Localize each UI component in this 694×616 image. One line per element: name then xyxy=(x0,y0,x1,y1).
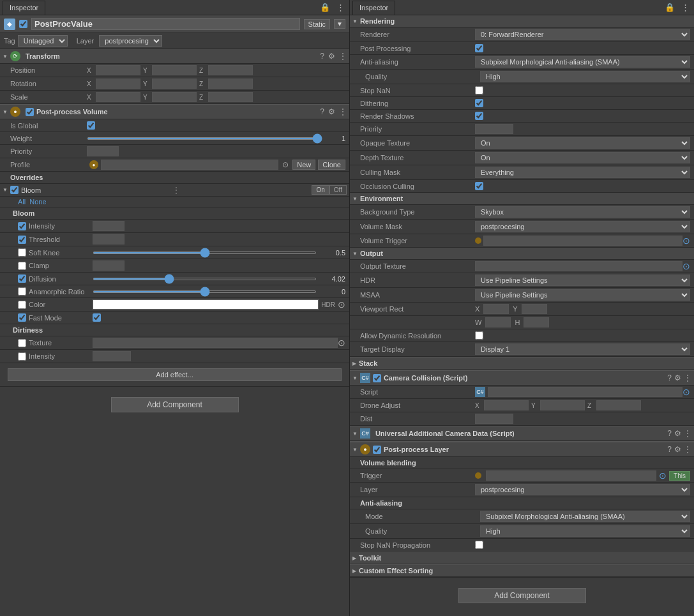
weight-slider[interactable] xyxy=(87,137,322,140)
dirt-intensity-input[interactable]: 0 xyxy=(93,351,131,361)
texture-input[interactable]: None (Texture) xyxy=(93,338,338,348)
none-link[interactable]: None xyxy=(29,198,46,206)
layer-select[interactable]: postprocesing xyxy=(475,484,690,495)
profile-name-input[interactable]: Ptatformer_PostProc (PostProcess xyxy=(101,160,278,170)
viewport-y-input[interactable]: 0 xyxy=(522,304,547,314)
viewport-h-input[interactable]: 1 xyxy=(524,317,549,327)
universal-cam-settings-btn[interactable]: ⚙ xyxy=(674,429,681,438)
postproc-layer-header[interactable]: ▼ ● Post-process Layer ? ⚙ ⋮ xyxy=(350,441,694,457)
position-y-input[interactable]: 2.27 xyxy=(152,65,197,75)
clamp-checkbox[interactable] xyxy=(18,262,26,270)
msaa-select[interactable]: Use Pipeline Settings xyxy=(475,289,690,301)
profile-clone-btn[interactable]: Clone xyxy=(318,160,345,170)
add-effect-button[interactable]: Add effect... xyxy=(8,368,342,381)
threshold-checkbox[interactable] xyxy=(18,236,26,244)
cam-script-input[interactable]: CameraCollision xyxy=(488,387,683,397)
on-button[interactable]: On xyxy=(312,185,329,195)
color-checkbox[interactable] xyxy=(18,301,26,309)
trigger-pick-btn[interactable]: ⊙ xyxy=(659,470,667,481)
postproc-help-btn[interactable]: ? xyxy=(320,107,324,116)
occlusion-culling-checkbox[interactable] xyxy=(475,182,483,190)
static-button[interactable]: Static xyxy=(304,19,331,29)
quality-select[interactable]: High xyxy=(480,71,690,82)
output-section-header[interactable]: ▼ Output xyxy=(350,248,694,260)
drone-adjust-x-input[interactable]: 0 xyxy=(484,400,529,410)
postproc-menu-btn[interactable]: ⋮ xyxy=(339,107,347,116)
is-global-checkbox[interactable] xyxy=(87,121,95,130)
target-display-select[interactable]: Display 1 xyxy=(475,343,690,355)
renderer-select[interactable]: 0: ForwardRenderer xyxy=(475,29,690,40)
postproc-volume-header[interactable]: ▼ ● Post-process Volume ? ⚙ ⋮ xyxy=(0,104,349,119)
soft-knee-slider[interactable] xyxy=(93,252,317,254)
rotation-y-input[interactable]: 0 xyxy=(152,79,197,89)
scale-y-input[interactable]: 1 xyxy=(152,92,197,102)
r-priority-input[interactable]: -1 xyxy=(475,124,513,134)
texture-checkbox[interactable] xyxy=(18,339,26,347)
universal-cam-header[interactable]: ▼ C# Universal Additional Camera Data (S… xyxy=(350,426,694,441)
hdr-select[interactable]: Use Pipeline Settings xyxy=(475,274,690,286)
universal-cam-help-btn[interactable]: ? xyxy=(667,429,672,438)
intensity-input[interactable]: 5.48 xyxy=(93,221,124,231)
scale-z-input[interactable]: 1 xyxy=(208,92,253,102)
culling-mask-select[interactable]: Everything xyxy=(475,167,690,178)
opaque-texture-select[interactable]: On xyxy=(475,137,690,149)
dist-input[interactable]: 3 xyxy=(475,414,513,424)
postproc-layer-checkbox[interactable] xyxy=(373,446,381,454)
postproc-layer-menu-btn[interactable]: ⋮ xyxy=(684,445,691,454)
intensity-checkbox[interactable] xyxy=(18,222,26,230)
trigger-this-btn[interactable]: This xyxy=(669,471,690,481)
cam-collision-checkbox[interactable] xyxy=(373,374,381,382)
all-link[interactable]: All xyxy=(18,198,26,206)
bloom-header[interactable]: ▼ Bloom ⋮ On Off xyxy=(0,184,349,197)
allow-dynamic-res-checkbox[interactable] xyxy=(475,331,483,340)
environment-section-header[interactable]: ▼ Environment xyxy=(350,193,694,205)
right-menu-btn[interactable]: ⋮ xyxy=(679,3,691,12)
left-lock-btn[interactable]: 🔒 xyxy=(318,3,332,12)
custom-effect-sorting-header[interactable]: ▶ Custom Effect Sorting xyxy=(350,564,694,577)
stop-nan-prop-checkbox[interactable] xyxy=(475,541,483,549)
mode-select[interactable]: Subpixel Morphological Anti-aliasing (SM… xyxy=(480,511,690,522)
position-x-input[interactable]: 0.01 xyxy=(96,65,140,75)
tag-select[interactable]: Untagged xyxy=(18,35,68,47)
static-arrow-button[interactable]: ▼ xyxy=(334,19,345,29)
diffusion-checkbox[interactable] xyxy=(18,274,26,283)
rotation-x-input[interactable]: 0 xyxy=(96,79,140,89)
postproc-layer-help-btn[interactable]: ? xyxy=(667,445,672,454)
transform-help-btn[interactable]: ? xyxy=(320,52,324,61)
cam-collision-help-btn[interactable]: ? xyxy=(667,373,672,382)
add-component-button[interactable]: Add Component xyxy=(111,397,239,412)
bloom-checkbox[interactable] xyxy=(10,186,19,194)
universal-cam-menu-btn[interactable]: ⋮ xyxy=(684,429,691,438)
background-type-select[interactable]: Skybox xyxy=(475,206,690,218)
fast-mode-value-checkbox[interactable] xyxy=(93,313,101,322)
right-lock-btn[interactable]: 🔒 xyxy=(663,3,677,12)
toolkit-header[interactable]: ▶ Toolkit xyxy=(350,552,694,564)
soft-knee-checkbox[interactable] xyxy=(18,248,26,257)
transform-section-header[interactable]: ▼ ⟳ Transform ? ⚙ ⋮ xyxy=(0,49,349,64)
transform-settings-btn[interactable]: ⚙ xyxy=(328,52,335,61)
position-z-input[interactable]: -0.12 xyxy=(208,65,253,75)
dirt-intensity-checkbox[interactable] xyxy=(18,352,26,361)
profile-new-btn[interactable]: New xyxy=(292,160,315,170)
left-menu-btn[interactable]: ⋮ xyxy=(335,3,347,12)
drone-adjust-y-input[interactable]: 0 xyxy=(540,400,585,410)
viewport-w-input[interactable]: 1 xyxy=(485,317,511,327)
dithering-checkbox[interactable] xyxy=(475,99,483,107)
anti-aliasing-select[interactable]: Subpixel Morphological Anti-aliasing (SM… xyxy=(475,56,690,68)
postproc-checkbox[interactable] xyxy=(26,108,34,116)
fast-mode-checkbox[interactable] xyxy=(18,313,26,322)
volume-trigger-input[interactable]: Main Camera (Transform) xyxy=(483,236,683,246)
texture-pick-btn[interactable]: ⊙ xyxy=(338,338,345,348)
output-texture-pick-btn[interactable]: ⊙ xyxy=(683,261,690,271)
threshold-input[interactable]: 1.17 xyxy=(93,234,124,244)
depth-texture-select[interactable]: On xyxy=(475,152,690,163)
rotation-z-input[interactable]: 0 xyxy=(208,79,253,89)
stop-nan-checkbox[interactable] xyxy=(475,86,483,94)
transform-menu-btn[interactable]: ⋮ xyxy=(339,52,347,61)
postproc-layer-settings-btn[interactable]: ⚙ xyxy=(674,445,681,454)
cam-script-pick-btn[interactable]: ⊙ xyxy=(683,387,690,397)
diffusion-slider[interactable] xyxy=(93,278,317,280)
bloom-menu-icon[interactable]: ⋮ xyxy=(172,186,180,195)
object-active-checkbox[interactable] xyxy=(19,20,27,28)
right-inspector-tab[interactable]: Inspector xyxy=(352,1,395,15)
